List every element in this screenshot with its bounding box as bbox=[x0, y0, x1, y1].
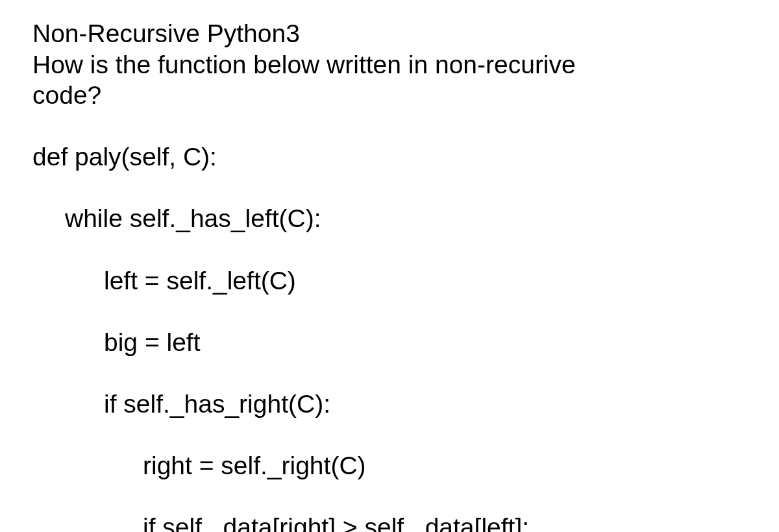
code-block: def paly(self, C): while self._has_left(… bbox=[32, 111, 747, 532]
code-line-3: big = left bbox=[32, 327, 747, 358]
code-line-2: left = self._left(C) bbox=[32, 265, 747, 296]
code-line-0: def paly(self, C): bbox=[32, 141, 747, 173]
code-line-6: if self._data[right] > self._data[left]: bbox=[32, 512, 747, 532]
code-line-1: while self._has_left(C): bbox=[32, 203, 747, 234]
code-line-4: if self._has_right(C): bbox=[32, 389, 747, 420]
code-line-5: right = self._right(C) bbox=[32, 450, 747, 481]
question-line-2: code? bbox=[32, 80, 747, 111]
title: Non-Recursive Python3 bbox=[32, 18, 747, 49]
question-line-1: How is the function below written in non… bbox=[32, 49, 747, 80]
